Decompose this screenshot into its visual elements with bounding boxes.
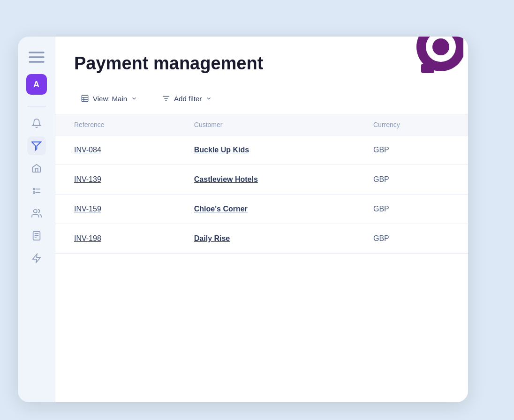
lightning-icon[interactable] xyxy=(27,249,46,268)
reference-link[interactable]: INV-139 xyxy=(74,175,101,183)
currency-value: GBP xyxy=(373,234,389,242)
people-icon[interactable] xyxy=(27,204,46,223)
user-avatar[interactable]: A xyxy=(26,74,47,95)
svg-point-2 xyxy=(432,38,449,55)
view-selector-button[interactable]: View: Main xyxy=(74,90,144,106)
reference-link[interactable]: INV-159 xyxy=(74,205,101,213)
reference-link[interactable]: INV-084 xyxy=(74,146,101,154)
sidebar: A xyxy=(18,37,55,402)
cell-reference[interactable]: INV-198 xyxy=(55,224,175,254)
page-header: Payment management xyxy=(55,37,468,83)
bell-icon[interactable] xyxy=(27,114,46,133)
customer-link[interactable]: Chloe's Corner xyxy=(194,205,248,213)
currency-value: GBP xyxy=(373,146,389,154)
filter-lines-icon xyxy=(162,94,170,103)
filter-icon[interactable] xyxy=(27,136,46,155)
svg-point-11 xyxy=(33,210,37,213)
add-filter-button[interactable]: Add filter xyxy=(155,90,219,106)
table-row: INV-139 Castleview Hotels GBP xyxy=(55,165,468,195)
table-header-row: Reference Customer Currency xyxy=(55,114,468,135)
page-title: Payment management xyxy=(74,53,449,74)
col-currency: Currency xyxy=(355,114,468,135)
invoices-table: Reference Customer Currency INV-084 Buck… xyxy=(55,114,468,254)
svg-point-7 xyxy=(33,188,35,190)
customer-link[interactable]: Castleview Hotels xyxy=(194,175,258,183)
chevron-down-icon xyxy=(131,95,137,102)
filter-label: Add filter xyxy=(174,95,202,103)
tasks-icon[interactable] xyxy=(27,181,46,200)
customer-link[interactable]: Daily Rise xyxy=(194,234,230,242)
cell-currency: GBP xyxy=(355,135,468,165)
cell-reference[interactable]: INV-159 xyxy=(55,195,175,224)
svg-point-9 xyxy=(33,192,35,194)
view-label: View: Main xyxy=(93,95,127,103)
receipt-icon[interactable]: £ xyxy=(27,226,46,245)
sidebar-divider-top xyxy=(27,106,46,106)
brand-logo xyxy=(412,37,463,79)
table-row: INV-198 Daily Rise GBP xyxy=(55,224,468,254)
reference-link[interactable]: INV-198 xyxy=(74,234,101,242)
chevron-down-icon-filter xyxy=(205,95,212,102)
cell-customer[interactable]: Chloe's Corner xyxy=(175,195,355,224)
col-customer: Customer xyxy=(175,114,355,135)
col-reference: Reference xyxy=(55,114,175,135)
cell-customer[interactable]: Castleview Hotels xyxy=(175,165,355,195)
cell-customer[interactable]: Buckle Up Kids xyxy=(175,135,355,165)
table-row: INV-084 Buckle Up Kids GBP xyxy=(55,135,468,165)
home-icon[interactable] xyxy=(27,159,46,178)
menu-icon[interactable] xyxy=(27,48,46,67)
currency-value: GBP xyxy=(373,175,389,183)
cell-reference[interactable]: INV-084 xyxy=(55,135,175,165)
table-row: INV-159 Chloe's Corner GBP xyxy=(55,195,468,224)
toolbar: View: Main Add filter xyxy=(55,83,468,114)
svg-rect-18 xyxy=(82,95,88,102)
svg-text:£: £ xyxy=(34,235,36,238)
svg-rect-3 xyxy=(421,64,434,73)
cell-reference[interactable]: INV-139 xyxy=(55,165,175,195)
table-icon xyxy=(81,94,89,103)
customer-link[interactable]: Buckle Up Kids xyxy=(194,146,249,154)
cell-currency: GBP xyxy=(355,224,468,254)
currency-value: GBP xyxy=(373,205,389,213)
app-container: A xyxy=(18,37,468,402)
data-table-container: Reference Customer Currency INV-084 Buck… xyxy=(55,114,468,402)
cell-currency: GBP xyxy=(355,195,468,224)
svg-marker-17 xyxy=(32,254,40,262)
cell-currency: GBP xyxy=(355,165,468,195)
main-content: Payment management View: Main xyxy=(55,37,468,402)
cell-customer[interactable]: Daily Rise xyxy=(175,224,355,254)
